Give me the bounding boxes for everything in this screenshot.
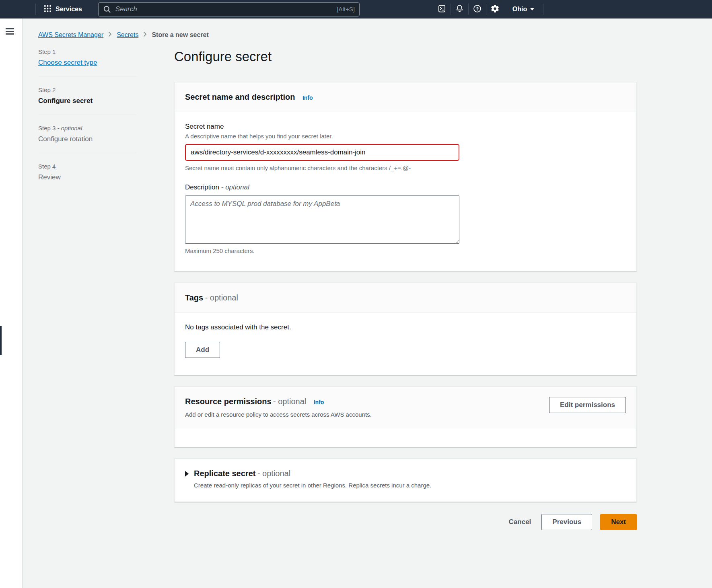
topbar-divider bbox=[543, 4, 543, 15]
next-button[interactable]: Next bbox=[600, 514, 637, 530]
optional-label: - optional bbox=[273, 397, 306, 406]
search-input[interactable] bbox=[98, 2, 360, 16]
topbar-utilities: ? Ohio bbox=[433, 0, 543, 19]
no-tags-text: No tags associated with the secret. bbox=[185, 323, 626, 331]
tags-panel: Tags - optional No tags associated with … bbox=[174, 283, 637, 375]
secret-name-input[interactable] bbox=[185, 144, 459, 161]
step-number: Step 2 bbox=[38, 86, 137, 93]
help-icon: ? bbox=[473, 4, 482, 14]
resource-permissions-body bbox=[175, 428, 636, 447]
step-number: Step 1 bbox=[38, 48, 137, 55]
divider bbox=[38, 115, 137, 115]
panel-title: Resource permissions bbox=[185, 397, 272, 406]
step-title-configure-secret: Configure secret bbox=[38, 97, 137, 105]
divider bbox=[38, 76, 137, 77]
replicate-secret-expander[interactable]: Replicate secret - optional bbox=[185, 469, 626, 478]
resource-permissions-header: Resource permissions - optional Info Add… bbox=[175, 387, 636, 428]
replicate-secret-description: Create read-only replicas of your secret… bbox=[194, 482, 626, 489]
wizard-footer-actions: Cancel Previous Next bbox=[174, 514, 637, 530]
description-constraint: Maximum 250 characters. bbox=[185, 247, 626, 254]
step-title-configure-rotation: Configure rotation bbox=[38, 135, 137, 143]
bell-icon bbox=[455, 4, 464, 14]
wizard-step-1: Step 1 Choose secret type bbox=[38, 48, 137, 67]
divider bbox=[38, 153, 137, 153]
wizard-step-2: Step 2 Configure secret bbox=[38, 86, 137, 105]
panel-title: Tags bbox=[185, 293, 203, 302]
step-title-review: Review bbox=[38, 173, 137, 181]
add-tag-button[interactable]: Add bbox=[185, 342, 220, 358]
wizard-main: Configure secret Secret name and descrip… bbox=[174, 48, 637, 553]
tags-panel-body: No tags associated with the secret. Add bbox=[175, 313, 636, 375]
secret-name-panel-body: Secret name A descriptive name that help… bbox=[175, 112, 636, 271]
caret-down-icon bbox=[530, 8, 534, 10]
global-search: [Alt+S] bbox=[98, 2, 360, 16]
settings-button[interactable] bbox=[486, 0, 504, 19]
svg-text:?: ? bbox=[476, 6, 479, 11]
region-label: Ohio bbox=[512, 6, 527, 13]
tags-panel-header: Tags - optional bbox=[175, 283, 636, 313]
panel-title: Secret name and description bbox=[185, 93, 295, 101]
optional-label: - optional bbox=[205, 293, 238, 302]
optional-label: - optional bbox=[257, 469, 290, 478]
breadcrumb-link-secrets-manager[interactable]: AWS Secrets Manager bbox=[38, 31, 103, 39]
cloudshell-icon bbox=[437, 4, 447, 14]
side-accent-bar bbox=[0, 326, 2, 355]
wizard-steps-nav: Step 1 Choose secret type Step 2 Configu… bbox=[38, 48, 137, 553]
resource-permissions-panel: Resource permissions - optional Info Add… bbox=[174, 387, 637, 447]
secret-name-constraint: Secret name must contain only alphanumer… bbox=[185, 164, 626, 171]
secret-name-label: Secret name bbox=[185, 123, 626, 131]
breadcrumb-current: Store a new secret bbox=[152, 31, 208, 39]
side-navigation-rail bbox=[0, 19, 23, 588]
notifications-button[interactable] bbox=[451, 0, 468, 19]
services-label: Services bbox=[56, 6, 82, 13]
secret-name-panel-header: Secret name and description Info bbox=[175, 82, 636, 112]
region-selector[interactable]: Ohio bbox=[504, 0, 543, 19]
expand-triangle-icon bbox=[185, 471, 189, 477]
panel-title: Replicate secret bbox=[194, 469, 255, 478]
step-link-choose-secret-type[interactable]: Choose secret type bbox=[38, 59, 97, 66]
page-frame: AWS Secrets Manager Secrets Store a new … bbox=[0, 19, 712, 588]
chevron-right-icon bbox=[108, 31, 112, 39]
replicate-secret-panel: Replicate secret - optional Create read-… bbox=[174, 458, 637, 502]
search-icon bbox=[103, 5, 111, 15]
breadcrumb: AWS Secrets Manager Secrets Store a new … bbox=[38, 31, 712, 39]
services-menu-button[interactable]: Services bbox=[36, 0, 90, 19]
edit-permissions-button[interactable]: Edit permissions bbox=[549, 397, 626, 413]
top-navigation-bar: Services [Alt+S] bbox=[0, 0, 712, 19]
resource-permissions-description: Add or edit a resource policy to access … bbox=[185, 411, 372, 418]
chevron-right-icon bbox=[143, 31, 147, 39]
search-shortcut-hint: [Alt+S] bbox=[337, 6, 355, 12]
step-number: Step 3 - optional bbox=[38, 125, 137, 132]
cancel-button[interactable]: Cancel bbox=[506, 514, 534, 530]
secret-name-help: A descriptive name that helps you find y… bbox=[185, 133, 626, 140]
menu-hamburger-button[interactable] bbox=[6, 28, 14, 36]
wizard-step-3: Step 3 - optional Configure rotation bbox=[38, 125, 137, 143]
step-number: Step 4 bbox=[38, 163, 137, 170]
page-title: Configure secret bbox=[174, 49, 637, 64]
secret-name-panel: Secret name and description Info Secret … bbox=[174, 82, 637, 271]
info-link[interactable]: Info bbox=[302, 95, 313, 101]
topbar-spacer bbox=[0, 0, 35, 19]
previous-button[interactable]: Previous bbox=[541, 514, 592, 530]
breadcrumb-link-secrets[interactable]: Secrets bbox=[117, 31, 138, 39]
wizard-step-4: Step 4 Review bbox=[38, 163, 137, 181]
cloudshell-button[interactable] bbox=[433, 0, 451, 19]
info-link[interactable]: Info bbox=[314, 399, 324, 405]
content-area: AWS Secrets Manager Secrets Store a new … bbox=[23, 19, 712, 588]
services-grid-icon bbox=[44, 5, 51, 14]
description-label: Description - optional bbox=[185, 183, 626, 191]
help-button[interactable]: ? bbox=[469, 0, 486, 19]
gear-icon bbox=[490, 4, 500, 14]
description-textarea[interactable] bbox=[185, 195, 459, 244]
